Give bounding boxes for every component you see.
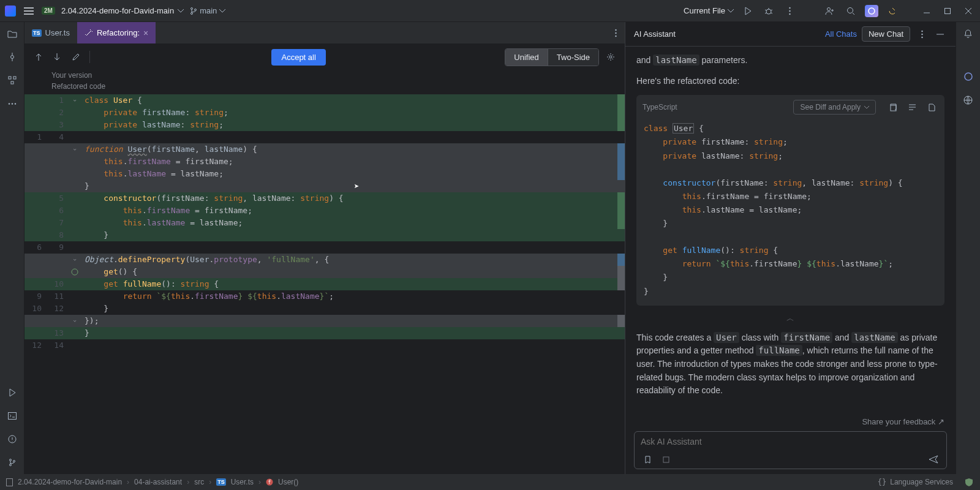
new-file-button[interactable] — [925, 100, 938, 114]
maximize-icon — [944, 7, 951, 15]
main-menu-icon[interactable] — [22, 4, 36, 18]
your-version-label: Your version — [51, 70, 617, 81]
ts-file-icon: TS — [32, 29, 42, 37]
breadcrumb-src[interactable]: src — [194, 478, 204, 486]
minimize-icon — [923, 7, 930, 15]
run-config-label: Current File — [684, 6, 725, 15]
web-button[interactable] — [962, 93, 975, 107]
more-tool[interactable] — [6, 97, 19, 110]
search-button[interactable] — [844, 4, 858, 18]
send-prompt-button[interactable] — [927, 453, 940, 466]
tab-user-ts[interactable]: TS User.ts — [24, 22, 77, 43]
close-window-button[interactable] — [962, 4, 975, 18]
edit-button[interactable] — [69, 50, 82, 64]
ai-code-content[interactable]: class User { private firstName: string; … — [636, 119, 944, 305]
attach-context-button[interactable] — [659, 453, 673, 466]
chevron-down-icon — [728, 9, 734, 13]
wand-icon — [85, 29, 93, 37]
diff-settings-button[interactable] — [604, 50, 617, 64]
ai-prompt-input[interactable] — [641, 437, 940, 447]
minimize-button[interactable] — [920, 4, 933, 18]
ai-more-button[interactable] — [915, 28, 929, 41]
svg-point-0 — [191, 7, 193, 9]
language-services[interactable]: {} Language Services — [878, 478, 953, 486]
debug-button[interactable] — [762, 4, 775, 18]
tab-close-icon[interactable]: × — [143, 28, 148, 38]
line-num: 4 — [47, 131, 69, 143]
line-num: 3 — [47, 119, 69, 131]
cwm-button[interactable] — [823, 4, 837, 18]
minimize-icon — [937, 34, 944, 35]
svg-point-21 — [9, 464, 11, 466]
arrow-down-icon — [53, 53, 61, 61]
ai-side-button[interactable] — [962, 70, 975, 83]
tab-refactoring[interactable]: Refactoring: × — [77, 22, 156, 43]
commit-tool[interactable] — [6, 50, 19, 64]
svg-point-16 — [11, 103, 12, 104]
problems-tool[interactable] — [6, 432, 19, 446]
ai-assistant-button[interactable] — [865, 5, 878, 17]
updates-button[interactable] — [886, 4, 899, 18]
file-icon — [929, 104, 935, 111]
svg-point-7 — [827, 7, 831, 10]
code-lang-label: TypeScript — [643, 103, 788, 111]
branch-icon — [9, 458, 16, 467]
bug-icon — [764, 7, 773, 15]
ts-file-icon: TS — [216, 478, 226, 486]
arrow-rotate-icon — [888, 7, 897, 15]
breadcrumb-project[interactable]: 2.04.2024-demo-for-David-main — [18, 478, 122, 486]
two-side-button[interactable]: Two-Side — [548, 49, 598, 66]
breadcrumb-dir[interactable]: 04-ai-assistant — [134, 478, 182, 486]
refactored-code-label: Refactored code — [51, 81, 617, 92]
right-tool-rail — [956, 22, 980, 474]
unified-button[interactable]: Unified — [505, 49, 547, 66]
line-num: 8 — [47, 229, 69, 241]
tab-label: Refactoring: — [97, 28, 140, 37]
tabs-overflow[interactable] — [606, 22, 625, 43]
collapse-code-button[interactable]: ︿ — [636, 313, 944, 324]
insert-code-button[interactable] — [905, 100, 919, 114]
run-tool[interactable] — [6, 386, 19, 399]
diff-editor[interactable]: ➤ 1›class User { 2 private firstName: st… — [24, 94, 625, 474]
vcs-tool[interactable] — [6, 456, 19, 469]
svg-point-23 — [615, 29, 616, 30]
svg-rect-32 — [663, 457, 669, 462]
maximize-button[interactable] — [941, 4, 954, 18]
svg-point-9 — [869, 8, 875, 14]
structure-tool[interactable] — [6, 74, 19, 87]
attach-file-button[interactable] — [641, 453, 654, 466]
more-run-icon[interactable] — [783, 4, 796, 18]
notifications-button[interactable] — [962, 27, 975, 40]
breadcrumb-symbol[interactable]: User() — [278, 478, 298, 486]
new-chat-button[interactable]: New Chat — [862, 26, 910, 42]
line-num: 9 — [47, 241, 69, 254]
branch-selector[interactable]: main — [190, 6, 225, 15]
svg-rect-35 — [7, 478, 13, 486]
ai-hide-button[interactable] — [933, 28, 947, 41]
ai-input-container — [634, 431, 947, 469]
svg-rect-14 — [11, 81, 13, 84]
share-feedback-link[interactable]: Share your feedback ↗ — [625, 415, 956, 431]
dots-vertical-icon — [789, 7, 791, 15]
bell-icon — [964, 29, 972, 39]
line-num: 1 — [47, 94, 69, 107]
svg-point-24 — [615, 32, 616, 33]
accept-all-button[interactable]: Accept all — [271, 49, 325, 66]
copy-code-button[interactable] — [886, 100, 899, 114]
app-logo-icon[interactable] — [5, 6, 16, 17]
run-config-selector[interactable]: Current File — [684, 6, 734, 15]
project-tool[interactable] — [6, 27, 19, 40]
tab-label: User.ts — [45, 28, 70, 37]
svg-point-29 — [921, 33, 922, 34]
terminal-tool[interactable] — [6, 409, 19, 423]
all-chats-link[interactable]: All Chats — [825, 29, 857, 39]
branch-icon — [190, 7, 197, 15]
see-diff-apply-button[interactable]: See Diff and Apply — [793, 100, 876, 115]
next-diff-button[interactable] — [50, 50, 64, 64]
svg-point-11 — [10, 56, 13, 59]
prev-diff-button[interactable] — [32, 50, 45, 64]
svg-point-6 — [789, 13, 790, 14]
project-selector[interactable]: 2.04.2024-demo-for-David-main — [61, 6, 184, 15]
run-button[interactable] — [741, 4, 755, 18]
breadcrumb-file[interactable]: User.ts — [231, 478, 254, 486]
